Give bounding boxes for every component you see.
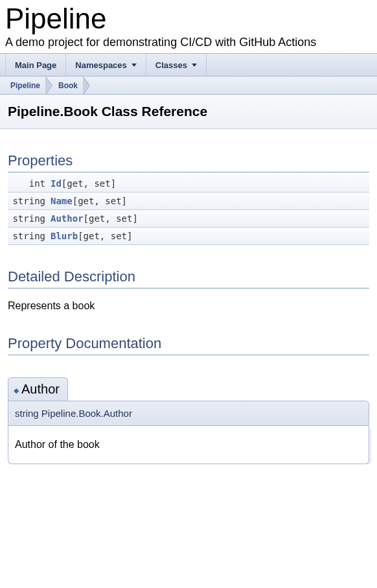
member-doc: Author of the book (8, 426, 369, 464)
tab-label: Namespaces (75, 60, 127, 70)
property-name-link[interactable]: Id (51, 178, 62, 189)
detailed-description-text: Represents a book (8, 300, 369, 312)
property-name-link[interactable]: Name (51, 196, 73, 206)
property-type: string (8, 210, 48, 228)
property-type: string (8, 228, 48, 245)
tab-label: Main Page (15, 60, 56, 70)
tab-classes[interactable]: Classes (146, 54, 207, 76)
breadcrumb-item-pipeline[interactable]: Pipeline (4, 76, 45, 94)
properties-table: int Id[get, set] string Name[get, set] s… (8, 175, 369, 245)
main-tabs: Main Page Namespaces Classes (0, 53, 377, 76)
diamond-icon: ◆ (14, 386, 19, 394)
property-name-link[interactable]: Author (51, 213, 84, 224)
property-accessor: [get, set] (78, 231, 132, 241)
chevron-down-icon (192, 64, 197, 67)
breadcrumb-label: Pipeline (10, 81, 40, 90)
chevron-down-icon (131, 64, 137, 67)
member-tab-label: Author (21, 382, 60, 396)
member-prototype: string Pipeline.Book.Author (8, 401, 369, 426)
property-name-link[interactable]: Blurb (51, 231, 78, 241)
breadcrumb-item-book[interactable]: Book (52, 76, 83, 94)
property-row: string Author[get, set] (8, 210, 369, 228)
breadcrumb: Pipeline Book (0, 76, 377, 95)
tab-main-page[interactable]: Main Page (5, 54, 66, 76)
property-accessor: [get, set] (62, 178, 116, 189)
member-tab-author[interactable]: ◆Author (8, 377, 68, 401)
page-title: Pipeline.Book Class Reference (8, 104, 369, 119)
property-type: int (8, 175, 48, 193)
properties-header: Properties (8, 152, 369, 172)
property-row: string Blurb[get, set] (8, 228, 369, 245)
tab-label: Classes (155, 60, 187, 70)
project-brief: A demo project for demonstrating CI/CD w… (5, 36, 372, 49)
property-accessor: [get, set] (84, 213, 138, 224)
property-accessor: [get, set] (73, 196, 127, 206)
property-type: string (8, 193, 48, 210)
tab-namespaces[interactable]: Namespaces (66, 54, 146, 76)
property-row: string Name[get, set] (8, 193, 369, 210)
project-name: Pipeline (5, 3, 372, 34)
property-row: int Id[get, set] (8, 175, 369, 193)
detailed-description-header: Detailed Description (8, 268, 369, 288)
property-documentation-header: Property Documentation (8, 335, 369, 355)
breadcrumb-label: Book (58, 81, 78, 90)
